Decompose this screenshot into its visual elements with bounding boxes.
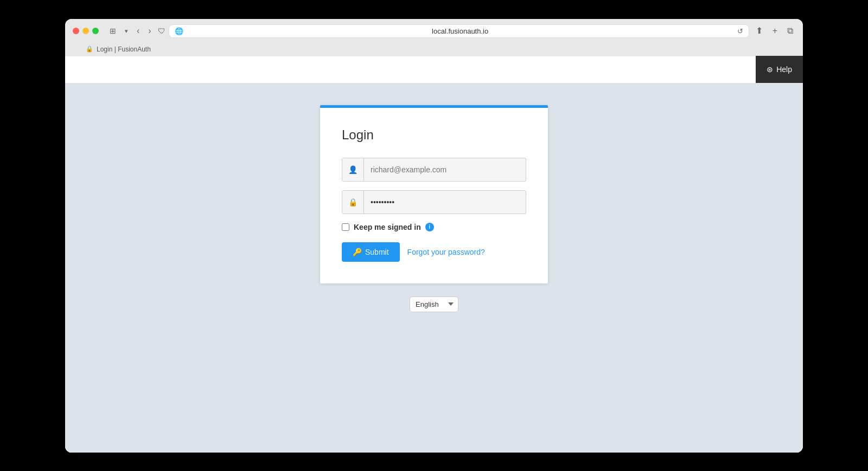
sidebar-toggle-button[interactable]: ⊞: [107, 25, 118, 36]
back-button[interactable]: ‹: [135, 25, 142, 36]
language-select[interactable]: English Español Français Deutsch: [410, 296, 458, 312]
close-button[interactable]: [73, 28, 79, 34]
reload-icon[interactable]: ↺: [737, 27, 743, 35]
minimize-button[interactable]: [82, 28, 89, 34]
password-input-group: 🔒: [342, 190, 526, 214]
page-header: ⊛ Help: [65, 56, 803, 83]
address-bar[interactable]: 🌐 local.fusionauth.io ↺: [169, 24, 749, 38]
fullscreen-button[interactable]: [92, 28, 99, 34]
password-field[interactable]: [364, 192, 526, 212]
active-tab[interactable]: 🔒 Login | FusionAuth: [78, 42, 158, 56]
url-text: local.fusionauth.io: [187, 27, 734, 35]
submit-row: 🔑 Submit Forgot your password?: [342, 242, 526, 262]
login-card: Login 👤 🔒 Keep me signed in: [320, 105, 548, 283]
login-title: Login: [342, 127, 526, 143]
submit-label: Submit: [365, 248, 389, 256]
key-icon: 🔑: [353, 248, 362, 256]
lock-icon: 🔒: [342, 191, 364, 214]
email-field[interactable]: [364, 160, 526, 179]
help-label: Help: [776, 65, 792, 74]
submit-button[interactable]: 🔑 Submit: [342, 242, 400, 262]
tab-title: Login | FusionAuth: [97, 46, 151, 53]
traffic-lights: [73, 28, 99, 34]
browser-controls-row: ⊞ ▾ ‹ › 🛡 🌐 local.fusionauth.io ↺ ⬆ + ⧉: [73, 24, 795, 38]
tab-favicon: 🔒: [86, 46, 93, 53]
share-button[interactable]: ⬆: [754, 25, 765, 36]
browser-content: ⊛ Help Login 👤 🔒: [65, 56, 803, 453]
tab-bar: 🔒 Login | FusionAuth: [73, 42, 795, 56]
help-button[interactable]: ⊛ Help: [756, 56, 803, 83]
keep-signed-in-label: Keep me signed in: [354, 223, 421, 231]
tabs-overview-button[interactable]: ⧉: [785, 25, 795, 36]
forward-button[interactable]: ›: [146, 25, 153, 36]
info-icon[interactable]: i: [425, 223, 434, 231]
new-tab-button[interactable]: +: [770, 25, 780, 36]
user-icon: 👤: [342, 158, 364, 181]
globe-icon: 🌐: [175, 27, 183, 35]
browser-chrome: ⊞ ▾ ‹ › 🛡 🌐 local.fusionauth.io ↺ ⬆ + ⧉: [65, 19, 803, 56]
help-circle-icon: ⊛: [767, 65, 773, 74]
keep-signed-in-checkbox[interactable]: [342, 223, 349, 231]
page-main: Login 👤 🔒 Keep me signed in: [65, 83, 803, 453]
address-bar-row: 🛡 🌐 local.fusionauth.io ↺: [158, 24, 749, 38]
email-input-group: 👤: [342, 158, 526, 182]
browser-window: ⊞ ▾ ‹ › 🛡 🌐 local.fusionauth.io ↺ ⬆ + ⧉: [65, 19, 803, 453]
keep-signed-in-row: Keep me signed in i: [342, 223, 526, 231]
shield-icon: 🛡: [158, 27, 165, 35]
forgot-password-link[interactable]: Forgot your password?: [407, 248, 485, 256]
dropdown-button[interactable]: ▾: [123, 27, 130, 35]
login-card-body: Login 👤 🔒 Keep me signed in: [320, 108, 548, 283]
language-selector-wrapper: English Español Français Deutsch: [410, 296, 458, 312]
browser-action-buttons: ⬆ + ⧉: [754, 25, 795, 36]
